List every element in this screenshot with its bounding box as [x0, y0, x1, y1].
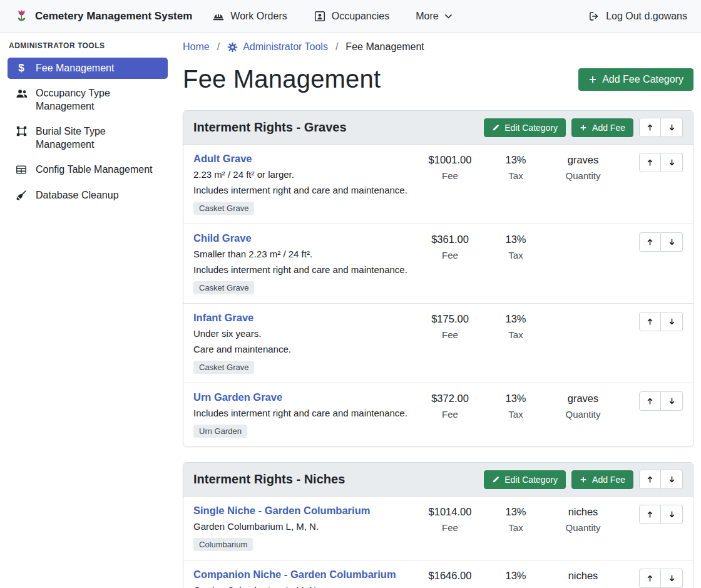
fee-reorder-controls: [639, 569, 683, 588]
nav-item-work-orders[interactable]: Work Orders: [212, 10, 287, 23]
tax-stat: 13% Tax: [491, 153, 541, 181]
fee-move-down-button[interactable]: [661, 232, 683, 252]
tax-stat: 13% Tax: [491, 569, 541, 588]
fee-name-link[interactable]: Single Niche - Garden Columbarium: [193, 505, 370, 517]
fee-move-up-button[interactable]: [639, 312, 661, 331]
fee-label: Fee: [416, 409, 484, 420]
quantity-value: graves: [547, 393, 619, 405]
tax-stat: 13% Tax: [491, 505, 541, 533]
fee-move-down-button[interactable]: [661, 312, 683, 331]
sidebar-item-burial-site-type-management[interactable]: Burial Site Type Management: [8, 121, 168, 155]
fee-move-down-button[interactable]: [661, 569, 683, 588]
sidebar-item-occupancy-type-management[interactable]: Occupancy Type Management: [8, 83, 168, 117]
fee-details: Single Niche - Garden Columbarium Garden…: [193, 505, 409, 551]
vector-square-icon: [15, 126, 28, 137]
fee-tag: Casket Grave: [193, 361, 254, 374]
fee-descriptions: Garden Columbarium L, M, N.: [193, 521, 409, 532]
category-move-down-button[interactable]: [661, 118, 683, 137]
fee-move-down-button[interactable]: [661, 391, 683, 411]
breadcrumb-separator: /: [335, 41, 338, 53]
edit-category-button[interactable]: Edit Category: [484, 470, 566, 489]
fee-descriptions: Smaller than 2.23 m² / 24 ft².Includes i…: [193, 249, 409, 275]
broom-icon: [15, 190, 28, 201]
sidebar-item-label: Database Cleanup: [36, 189, 119, 202]
fee-row: Infant Grave Under six years.Care and ma…: [183, 303, 693, 383]
fee-description: 2.23 m² / 24 ft² or larger.: [193, 169, 409, 180]
fee-details: Adult Grave 2.23 m² / 24 ft² or larger.I…: [193, 153, 409, 215]
fee-description: Under six years.: [193, 328, 409, 339]
fee-move-down-button[interactable]: [661, 505, 683, 524]
sidebar-item-config-table-management[interactable]: Config Table Management: [8, 159, 168, 180]
plus-icon: [580, 476, 587, 483]
logout-button[interactable]: Log Out d.gowans: [588, 10, 687, 23]
sidebar-item-label: Burial Site Type Management: [36, 125, 160, 151]
fee-tag: Columbarium: [193, 538, 253, 551]
fee-name-link[interactable]: Infant Grave: [193, 312, 253, 324]
fee-category-card: Interment Rights - Niches Edit Category …: [183, 462, 693, 588]
fee-name-link[interactable]: Companion Niche - Garden Columbarium: [193, 569, 396, 580]
sidebar-item-fee-management[interactable]: $ Fee Management: [8, 58, 168, 79]
nav-item-more[interactable]: More: [416, 10, 452, 23]
breadcrumb-home-link[interactable]: Home: [183, 41, 210, 53]
fee-move-up-button[interactable]: [639, 232, 661, 252]
fee-row: Adult Grave 2.23 m² / 24 ft² or larger.I…: [183, 145, 693, 224]
arrow-down-icon: [668, 574, 676, 582]
occupant-frame-icon: [314, 10, 326, 23]
fee-reorder-controls: [639, 505, 683, 524]
category-move-up-button[interactable]: [639, 470, 661, 489]
nav-item-occupancies[interactable]: Occupancies: [314, 10, 390, 23]
quantity-label: Quantity: [547, 522, 619, 533]
arrow-down-icon: [668, 317, 676, 326]
fee-stat: $1014.00 Fee: [416, 505, 484, 533]
category-header: Interment Rights - Graves Edit Category …: [183, 111, 693, 145]
category-actions: Edit Category Add Fee: [484, 118, 683, 137]
fee-tag: Urn Garden: [193, 425, 247, 438]
tax-amount: 13%: [491, 506, 541, 518]
sidebar-item-label: Config Table Management: [36, 163, 153, 176]
category-title: Interment Rights - Graves: [193, 120, 347, 135]
sidebar-item-database-cleanup[interactable]: Database Cleanup: [8, 185, 168, 206]
fee-move-up-button[interactable]: [639, 391, 661, 411]
breadcrumb-admin-label: Administrator Tools: [243, 41, 328, 53]
breadcrumb-admin-link[interactable]: Administrator Tools: [227, 41, 328, 53]
arrow-up-icon: [646, 397, 654, 405]
fee-move-up-button[interactable]: [639, 505, 661, 524]
main-content: Home / Administrator Tools / Fee Managem…: [175, 33, 701, 588]
fee-amount: $1001.00: [416, 154, 484, 166]
arrow-down-icon: [668, 397, 676, 405]
tax-label: Tax: [491, 329, 541, 340]
fee-move-up-button[interactable]: [639, 153, 661, 172]
tax-label: Tax: [491, 409, 541, 420]
add-fee-button[interactable]: Add Fee: [571, 470, 633, 489]
add-fee-category-button[interactable]: Add Fee Category: [578, 68, 693, 91]
category-move-up-button[interactable]: [639, 118, 661, 137]
sidebar-nav: $ Fee Management Occupancy Type Manageme…: [8, 58, 168, 206]
fee-move-down-button[interactable]: [661, 153, 683, 172]
logout-icon: [588, 10, 600, 23]
fee-row: Urn Garden Grave Includes interment righ…: [183, 383, 693, 446]
quantity-value: graves: [547, 154, 619, 166]
edit-category-label: Edit Category: [504, 123, 558, 133]
fee-details: Child Grave Smaller than 2.23 m² / 24 ft…: [193, 232, 409, 294]
arrow-up-icon: [646, 510, 654, 518]
pencil-icon: [492, 124, 499, 132]
edit-category-button[interactable]: Edit Category: [484, 118, 566, 137]
fee-label: Fee: [416, 329, 484, 340]
quantity-label: Quantity: [547, 409, 619, 420]
fee-row: Child Grave Smaller than 2.23 m² / 24 ft…: [183, 224, 693, 303]
fee-move-up-button[interactable]: [639, 569, 661, 588]
category-move-down-button[interactable]: [661, 470, 683, 489]
fee-name-link[interactable]: Adult Grave: [193, 153, 252, 165]
fee-name-link[interactable]: Child Grave: [193, 232, 252, 244]
fee-details: Infant Grave Under six years.Care and ma…: [193, 312, 409, 374]
category-header: Interment Rights - Niches Edit Category …: [183, 463, 693, 497]
fee-name-link[interactable]: Urn Garden Grave: [193, 391, 282, 403]
edit-category-label: Edit Category: [504, 475, 558, 485]
fee-label: Fee: [416, 522, 484, 533]
fee-amount: $1646.00: [416, 570, 484, 582]
add-fee-button[interactable]: Add Fee: [571, 118, 633, 137]
fee-amount: $175.00: [416, 313, 484, 325]
brand-link[interactable]: Cemetery Management System: [14, 8, 192, 24]
arrow-up-icon: [646, 317, 654, 326]
quantity-value: niches: [547, 570, 619, 582]
